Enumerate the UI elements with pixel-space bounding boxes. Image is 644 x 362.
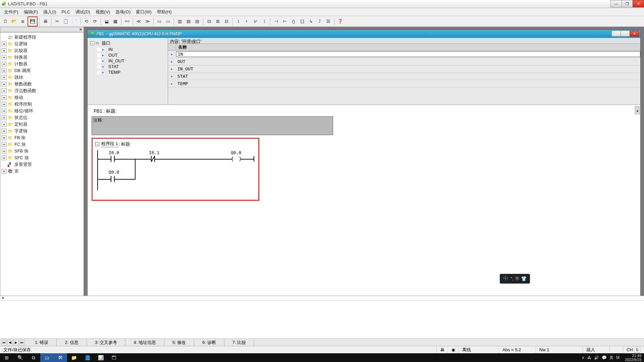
toolbar-button[interactable]: ⟳ [91, 17, 99, 25]
output-close-bar[interactable]: ✕ [0, 296, 644, 301]
ime-indicator[interactable]: 中 °, 半 👕 [500, 274, 530, 284]
toolbar-button[interactable]: ⊟ [205, 17, 213, 25]
expand-icon[interactable]: + [2, 55, 6, 60]
tray-icon[interactable]: 🔊 [594, 355, 599, 360]
tab-next-icon[interactable]: ▶ [13, 340, 19, 345]
catalog-item[interactable]: +📁字逻辑 [0, 128, 84, 134]
doc-minimize-button[interactable]: — [611, 31, 621, 37]
catalog-item[interactable]: +📁跳转 [0, 74, 84, 81]
toolbar-button[interactable]: ↳ [307, 17, 315, 25]
toolbar-button[interactable]: ≫ [144, 17, 152, 25]
output-tab[interactable]: 6: 诊断 [194, 339, 224, 346]
catalog-item[interactable]: +📁转换器 [0, 54, 84, 61]
interface-rows[interactable]: ▸IN▸OUT▸IN_OUT▸STAT▸TEMP [168, 51, 640, 87]
output-tab[interactable]: 5: 修改 [164, 339, 194, 346]
toolbar-button[interactable]: 📄 [70, 17, 78, 25]
output-tab[interactable]: 1: 错误 [27, 339, 57, 346]
toolbar-button[interactable]: () [289, 17, 298, 25]
expand-icon[interactable] [97, 65, 101, 69]
minimize-button[interactable]: — [610, 0, 622, 7]
toolbar-button[interactable]: 📂 [10, 17, 18, 25]
catalog-item[interactable]: +📁DB 调用 [0, 67, 84, 74]
toolbar-button[interactable]: ✂ [53, 17, 61, 25]
taskbar-item[interactable]: 📘 [80, 353, 94, 362]
tab-prev-icon[interactable]: ◀ [7, 340, 13, 345]
iface-tree-item[interactable]: ▸IN_OUT [88, 58, 168, 64]
tray-icon[interactable]: ∧ [582, 355, 585, 360]
catalog-item[interactable]: +📁定时器 [0, 121, 84, 128]
menu-item[interactable]: 插入(I) [41, 8, 59, 16]
catalog-item[interactable]: ▞多重背景 [0, 161, 84, 168]
expand-icon[interactable]: + [2, 135, 6, 140]
taskbar-item[interactable]: ⊞ [0, 353, 13, 362]
expand-icon[interactable]: + [2, 122, 6, 127]
toolbar-button[interactable]: 👓 [123, 17, 131, 25]
expand-icon[interactable] [97, 70, 101, 74]
iface-row[interactable]: ▸OUT [168, 58, 640, 65]
iface-row[interactable]: ▸IN_OUT [168, 65, 640, 73]
expand-icon[interactable]: + [2, 68, 6, 73]
tray-icon[interactable]: M [616, 355, 620, 360]
toolbar-button[interactable]: ▭ [164, 17, 172, 25]
taskbar-clock[interactable]: 21:49 2022/9/19 [622, 354, 644, 362]
toolbar-button[interactable]: ☒ [324, 17, 332, 25]
iface-tree-item[interactable]: ▸IN [88, 47, 168, 52]
catalog-item[interactable]: +📁浮点数函数 [0, 87, 84, 94]
catalog-item[interactable]: +📁移动 [0, 94, 84, 101]
catalog-item[interactable]: +📁位逻辑 [0, 41, 84, 47]
toolbar-button[interactable]: 🗉 [19, 17, 27, 25]
expand-icon[interactable]: + [2, 75, 6, 80]
toolbar-button[interactable]: ⟟ [234, 17, 242, 25]
menu-item[interactable]: PLC [59, 9, 73, 15]
toolbar-button[interactable]: ⬓ [103, 17, 111, 25]
menu-item[interactable]: 窗口(W) [133, 8, 154, 16]
expand-icon[interactable] [2, 162, 6, 167]
expand-icon[interactable]: + [2, 115, 6, 120]
expand-icon[interactable]: + [2, 129, 6, 133]
tab-last-icon[interactable]: ⏭ [19, 340, 25, 345]
expand-icon[interactable] [97, 53, 101, 57]
iface-row[interactable]: ▸STAT [168, 73, 640, 80]
tab-first-icon[interactable]: ⏮ [1, 340, 7, 345]
catalog-item[interactable]: +📁移位/循环 [0, 108, 84, 114]
catalog-item[interactable]: +📁SFB 块 [0, 148, 84, 155]
taskbar-item[interactable]: 🔍 [13, 353, 27, 362]
doc-maximize-button[interactable]: ❐ [621, 31, 630, 37]
expand-icon[interactable] [2, 35, 6, 40]
taskbar-item[interactable]: 📁 [67, 353, 80, 362]
taskbar-item[interactable]: 🗔 [107, 353, 121, 362]
toolbar-button[interactable]: 📋 [62, 17, 70, 25]
expand-icon[interactable]: - [90, 41, 94, 45]
scroll-up-icon[interactable]: ▴ [635, 106, 640, 114]
expand-icon[interactable] [97, 59, 101, 63]
doc-close-button[interactable]: ✕ [630, 31, 639, 37]
catalog-item[interactable]: 📰新建程序段 [0, 34, 84, 41]
toolbar-button[interactable]: ⤴ [316, 17, 324, 25]
menu-item[interactable]: 编辑(F) [21, 8, 41, 16]
output-tab[interactable]: 4: 地址信息 [125, 339, 164, 346]
output-tab[interactable]: 3: 交叉参考 [87, 339, 125, 346]
toolbar-button[interactable]: ⊦ [243, 17, 251, 25]
toolbar-button[interactable]: ⟦⟧ [298, 17, 306, 25]
toolbar-button[interactable]: ⊢ [281, 17, 289, 25]
menu-item[interactable]: 帮助(H) [154, 8, 174, 16]
taskbar-item[interactable]: 📊 [94, 353, 107, 362]
catalog-item[interactable]: +📚库 [0, 168, 84, 175]
iface-tree-item[interactable]: ▸TEMP [88, 69, 168, 75]
output-tab[interactable]: 2: 信息 [57, 339, 87, 346]
toolbar-button[interactable]: ⊬ [252, 17, 260, 25]
catalog-item[interactable]: +📁程序控制 [0, 101, 84, 108]
taskbar-item[interactable]: 🗂 [40, 353, 54, 362]
taskbar-item[interactable]: 🛠 [54, 353, 67, 362]
taskbar-item[interactable]: ⧉ [27, 353, 40, 362]
expand-icon[interactable]: + [2, 62, 6, 66]
catalog-item[interactable]: +📁SFC 块 [0, 155, 84, 161]
catalog-item[interactable]: +📁计数器 [0, 61, 84, 67]
tray-icon[interactable]: 💬 [602, 355, 607, 360]
maximize-button[interactable]: ❐ [622, 0, 633, 7]
catalog-close-bar[interactable]: ✕ [0, 27, 84, 32]
expand-icon[interactable]: + [2, 142, 6, 147]
catalog-item[interactable]: +📁整数函数 [0, 81, 84, 87]
menu-item[interactable]: 调试(D) [73, 8, 93, 16]
menu-item[interactable]: 选项(O) [113, 8, 133, 16]
